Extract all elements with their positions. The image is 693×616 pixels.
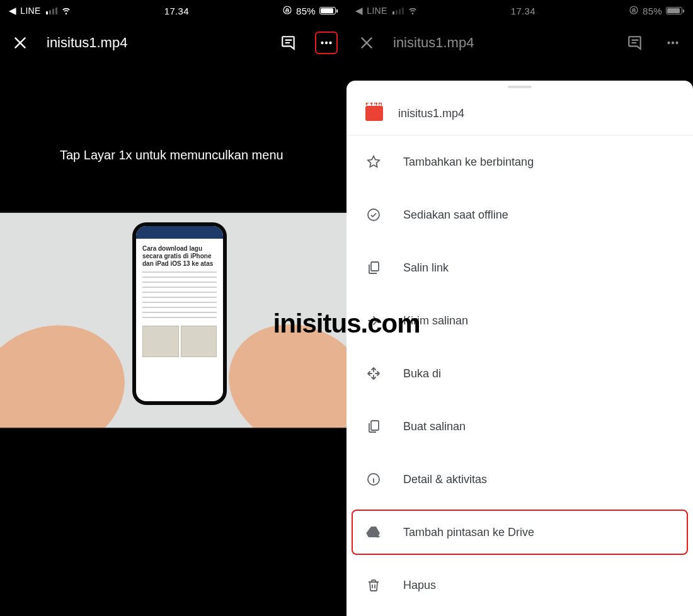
svg-point-7 xyxy=(675,42,678,44)
svg-rect-9 xyxy=(371,262,379,271)
more-options-button[interactable] xyxy=(662,31,684,54)
comments-button[interactable] xyxy=(624,31,646,54)
orientation-lock-icon xyxy=(282,5,292,17)
menu-item-open-in[interactable]: Buka di xyxy=(346,347,693,400)
menu-item-label: Hapus xyxy=(403,579,436,592)
info-icon xyxy=(365,471,382,488)
svg-point-1 xyxy=(321,42,323,44)
menu-item-label: Buat salinan xyxy=(403,420,466,433)
more-options-button[interactable] xyxy=(315,31,338,54)
close-button[interactable] xyxy=(9,31,32,54)
menu-item-add-drive-shortcut[interactable]: + Tambah pintasan ke Drive xyxy=(346,506,693,559)
app-header-dimmed: inisitus1.mp4 xyxy=(346,21,693,64)
svg-point-8 xyxy=(368,209,379,220)
status-time: 17.34 xyxy=(164,6,189,16)
menu-item-copy-link[interactable]: Salin link xyxy=(346,241,693,294)
star-icon xyxy=(365,154,382,170)
sheet-filename: inisitus1.mp4 xyxy=(398,107,464,120)
copy-link-icon xyxy=(365,260,382,276)
menu-item-offline[interactable]: Sediakan saat offline xyxy=(346,188,693,241)
menu-item-send-copy[interactable]: Kirim salinan xyxy=(346,294,693,347)
menu-item-make-copy[interactable]: Buat salinan xyxy=(346,400,693,453)
menu-item-details[interactable]: Detail & aktivitas xyxy=(346,453,693,506)
menu-item-delete[interactable]: Hapus xyxy=(346,559,693,612)
svg-point-6 xyxy=(672,42,674,44)
back-app-name[interactable]: LINE xyxy=(20,6,40,16)
svg-point-3 xyxy=(329,42,331,44)
status-bar: ◀ LINE 17.34 85% xyxy=(346,0,693,21)
phone-illustration: Cara download lagu secara gratis di iPho… xyxy=(132,222,227,405)
menu-item-label: Salin link xyxy=(403,261,449,275)
send-icon xyxy=(365,312,382,329)
battery-icon xyxy=(666,7,684,14)
open-in-icon xyxy=(365,365,382,382)
trash-icon xyxy=(365,577,382,593)
cellular-icon xyxy=(392,7,404,14)
menu-item-label: Tambahkan ke berbintang xyxy=(403,156,534,169)
comments-button[interactable] xyxy=(277,31,300,54)
cellular-icon xyxy=(46,7,57,14)
panel-left: ◀ LINE 17.34 85% inisitus1.mp4 Tap Layar… xyxy=(0,0,346,616)
sheet-handle[interactable] xyxy=(508,86,532,88)
copy-file-icon xyxy=(365,418,382,435)
video-file-icon xyxy=(365,106,383,121)
file-title: inisitus1.mp4 xyxy=(393,35,609,51)
menu-item-label: Buka di xyxy=(403,367,441,380)
back-app-name[interactable]: LINE xyxy=(367,6,387,16)
svg-rect-10 xyxy=(371,421,379,430)
wifi-icon xyxy=(61,5,71,17)
menu-item-starred[interactable]: Tambahkan ke berbintang xyxy=(346,135,693,188)
hint-text: Tap Layar 1x untuk memunculkan menu xyxy=(0,146,346,164)
offline-icon xyxy=(365,207,382,223)
file-title: inisitus1.mp4 xyxy=(47,35,262,51)
action-sheet: inisitus1.mp4 Tambahkan ke berbintang Se… xyxy=(346,81,693,616)
menu-item-label: Sediakan saat offline xyxy=(403,208,508,222)
status-bar: ◀ LINE 17.34 85% xyxy=(0,0,346,21)
close-button[interactable] xyxy=(355,31,378,54)
svg-point-2 xyxy=(325,42,328,44)
orientation-lock-icon xyxy=(629,5,639,17)
panel-right: ◀ LINE 17.34 85% inisitus1.mp4 inisitus1… xyxy=(346,0,693,616)
menu-item-label: Tambah pintasan ke Drive xyxy=(403,526,534,539)
drive-plus-icon: + xyxy=(365,524,382,540)
app-header: inisitus1.mp4 xyxy=(0,21,346,64)
phone-article-title: Cara download lagu secara gratis di iPho… xyxy=(142,245,217,268)
wifi-icon xyxy=(408,5,418,17)
svg-point-5 xyxy=(667,42,670,44)
back-caret-icon[interactable]: ◀ xyxy=(355,5,363,16)
status-time: 17.34 xyxy=(511,6,536,16)
battery-percent: 85% xyxy=(296,6,316,16)
sheet-menu: Tambahkan ke berbintang Sediakan saat of… xyxy=(346,135,693,616)
battery-percent: 85% xyxy=(643,6,662,16)
menu-item-label: Kirim salinan xyxy=(403,314,468,328)
battery-icon xyxy=(319,7,338,14)
menu-item-label: Detail & aktivitas xyxy=(403,473,487,486)
video-preview[interactable]: Cara download lagu secara gratis di iPho… xyxy=(0,212,346,429)
svg-text:+: + xyxy=(376,532,380,540)
back-caret-icon[interactable]: ◀ xyxy=(9,5,16,16)
sheet-file-row: inisitus1.mp4 xyxy=(346,92,693,135)
